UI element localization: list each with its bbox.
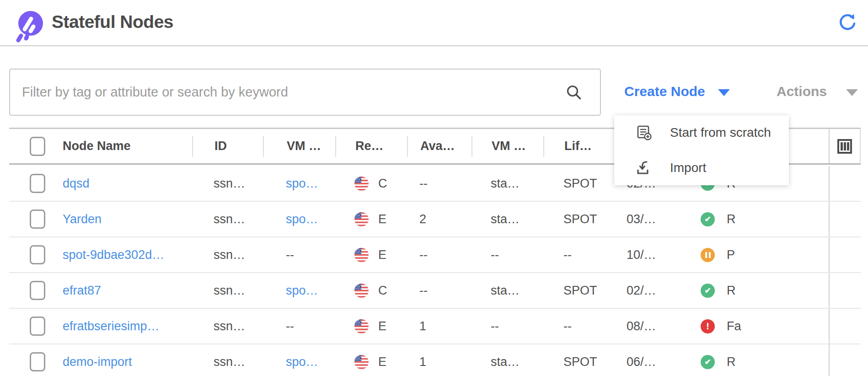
us-flag-icon (354, 284, 369, 298)
vm-link[interactable]: spo… (286, 355, 318, 369)
menu-item-label: Start from scratch (670, 125, 771, 140)
lifecycle-value: SPOT (563, 355, 597, 369)
lifecycle-value: -- (563, 248, 572, 262)
node-id: ssn… (214, 248, 245, 262)
table-row: efrat87 ssn… spo… C -- sta… SPOT 02/… R (9, 273, 861, 309)
vm-link[interactable]: spo… (286, 177, 318, 191)
status-icon (701, 248, 715, 262)
row-checkbox[interactable] (30, 352, 45, 371)
date-value: 10/… (627, 248, 656, 262)
column-header-id[interactable]: ID (192, 136, 263, 157)
chevron-down-icon (718, 89, 730, 96)
us-flag-icon (354, 212, 369, 226)
status-icon (701, 284, 715, 298)
status-text: R (727, 284, 746, 298)
table-row: Yarden ssn… spo… E 2 sta… SPOT 03/… R (9, 202, 861, 237)
menu-item-start-from-scratch[interactable]: Start from scratch (614, 115, 789, 150)
vm-link[interactable]: -- (286, 319, 294, 333)
row-checkbox[interactable] (30, 245, 45, 264)
document-add-icon (635, 124, 653, 141)
node-name-link[interactable]: spot-9dbae302d… (63, 248, 164, 262)
region-value: C (378, 284, 387, 298)
table-body: dqsd ssn… spo… C -- sta… SPOT 02/… R Yar… (9, 166, 861, 376)
refresh-icon[interactable] (838, 12, 857, 31)
column-header-vm-2[interactable]: VM … (472, 136, 543, 157)
filter-input-wrapper (9, 69, 601, 116)
node-name-link[interactable]: efratbseriesimp… (63, 319, 160, 333)
us-flag-icon (354, 177, 369, 191)
node-id: ssn… (214, 284, 245, 298)
date-value: 02/… (627, 284, 656, 298)
import-icon (635, 159, 653, 177)
column-header-availability[interactable]: Ava… (407, 136, 472, 157)
region-value: C (378, 177, 387, 191)
vm-size-value: -- (491, 319, 499, 333)
create-node-label: Create Node (624, 84, 705, 99)
column-header-node-name[interactable]: Node Name (55, 136, 192, 157)
actions-label: Actions (777, 84, 827, 99)
vm-link[interactable]: spo… (286, 284, 318, 298)
status-text: R (727, 212, 746, 226)
vm-size-value: sta… (491, 177, 520, 191)
vm-link[interactable]: -- (286, 248, 294, 262)
table-row: spot-9dbae302d… ssn… -- E -- -- -- 10/… … (9, 237, 861, 273)
status-icon (701, 212, 715, 226)
row-checkbox[interactable] (30, 317, 45, 336)
column-header-region[interactable]: Re… (335, 136, 407, 157)
status-icon (701, 319, 715, 333)
node-name-link[interactable]: Yarden (63, 212, 102, 226)
node-name-link[interactable]: efrat87 (63, 284, 101, 298)
date-value: 06/… (627, 355, 656, 369)
node-id: ssn… (214, 355, 245, 369)
availability-value: 2 (419, 212, 426, 226)
region-value: E (378, 355, 386, 369)
row-checkbox[interactable] (30, 281, 45, 300)
lifecycle-value: SPOT (563, 284, 597, 298)
vm-size-value: -- (491, 248, 499, 262)
search-icon (565, 84, 583, 101)
row-checkbox[interactable] (30, 174, 45, 193)
status-text: Fa (727, 319, 746, 333)
column-header-vm[interactable]: VM … (263, 136, 335, 157)
lifecycle-value: SPOT (563, 177, 597, 191)
row-checkbox[interactable] (30, 209, 45, 229)
create-node-button[interactable]: Create Node (624, 80, 730, 103)
stateful-nodes-page: Stateful Nodes Create Node Actions (0, 0, 868, 376)
create-node-menu: Start from scratch Import (614, 115, 789, 185)
select-all-checkbox[interactable] (30, 137, 45, 156)
vm-size-value: sta… (491, 355, 520, 369)
vm-size-value: sta… (491, 212, 520, 226)
page-title: Stateful Nodes (52, 12, 173, 32)
node-id: ssn… (214, 212, 245, 226)
title-bar: Stateful Nodes (0, 0, 868, 46)
date-value: 08/… (627, 319, 656, 333)
node-name-link[interactable]: demo-import (63, 355, 132, 369)
lifecycle-value: -- (563, 319, 572, 333)
table-row: demo-import ssn… spo… E 1 sta… SPOT 06/…… (9, 344, 861, 376)
availability-value: 1 (419, 319, 426, 333)
menu-item-label: Import (670, 161, 706, 175)
vm-link[interactable]: spo… (286, 212, 318, 226)
us-flag-icon (354, 355, 369, 369)
lifecycle-value: SPOT (563, 212, 597, 226)
availability-value: -- (419, 284, 428, 298)
table-row: efratbseriesimp… ssn… -- E 1 -- -- 08/… … (9, 309, 861, 344)
region-value: E (378, 212, 386, 226)
filter-input[interactable] (9, 69, 601, 116)
spot-logo-icon (16, 10, 45, 44)
region-value: E (378, 319, 386, 333)
availability-value: -- (419, 177, 428, 191)
actions-button[interactable]: Actions (777, 80, 858, 103)
column-header-lifecycle[interactable]: Lif… (543, 136, 615, 157)
us-flag-icon (354, 319, 369, 333)
node-name-link[interactable]: dqsd (63, 177, 90, 191)
menu-item-import[interactable]: Import (614, 150, 789, 186)
availability-value: -- (419, 248, 428, 262)
status-icon (701, 355, 715, 369)
status-text: R (727, 355, 746, 369)
us-flag-icon (354, 248, 369, 262)
date-value: 03/… (627, 212, 656, 226)
node-id: ssn… (214, 319, 245, 333)
columns-picker-icon[interactable] (836, 138, 853, 155)
vm-size-value: sta… (491, 284, 520, 298)
